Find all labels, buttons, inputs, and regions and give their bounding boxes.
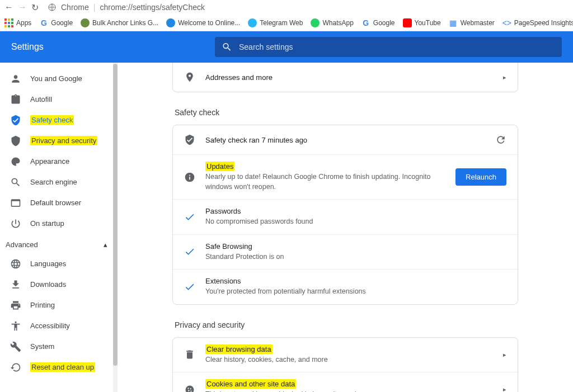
check-icon (184, 246, 195, 257)
search-input[interactable] (239, 42, 555, 51)
settings-header: Settings (0, 31, 573, 63)
restore-icon (10, 362, 21, 373)
chevron-right-icon: ▸ (503, 74, 506, 81)
content-area: Addresses and more ▸ Safety check Safety… (118, 63, 573, 392)
sidebar-item-safety[interactable]: Safety check (0, 110, 118, 130)
relaunch-button[interactable]: Relaunch (455, 168, 506, 186)
pin-icon (184, 72, 195, 83)
bookmark-webmaster[interactable]: ▦Webmaster (449, 18, 495, 27)
bookmark-youtube[interactable]: YouTube (403, 18, 441, 27)
section-privacy: Privacy and security (175, 320, 518, 329)
sidebar-item-languages[interactable]: Languages (0, 253, 118, 274)
safety-check-card: Safety check ran 7 minutes ago UpdatesNe… (172, 125, 518, 305)
person-icon (10, 73, 21, 84)
google-icon: G (39, 18, 48, 27)
omnibox[interactable]: Chrome | chrome://settings/safetyCheck (48, 3, 205, 12)
bookmark-google[interactable]: GGoogle (39, 18, 73, 27)
chevron-right-icon: ▸ (503, 386, 506, 392)
shield-check-icon (184, 134, 195, 145)
back-icon[interactable]: ← (4, 2, 13, 12)
forward-icon[interactable]: → (18, 2, 27, 12)
url-prefix: Chrome (61, 3, 89, 12)
svg-point-4 (188, 390, 189, 391)
row-passwords: PasswordsNo compromised passwords found (173, 199, 518, 234)
globe-icon (48, 3, 57, 12)
shield-icon (10, 135, 21, 147)
sidebar-item-default[interactable]: Default browser (0, 192, 118, 213)
svg-point-1 (186, 385, 194, 392)
check-icon (184, 211, 195, 223)
sidebar-item-accessibility[interactable]: Accessibility (0, 315, 118, 336)
privacy-card: Clear browsing dataClear history, cookie… (172, 337, 518, 393)
bookmark-welcome[interactable]: Welcome to Online... (166, 18, 240, 27)
sidebar-item-search[interactable]: Search engine (0, 172, 118, 192)
cookie-icon (184, 384, 195, 392)
sidebar-item-printing[interactable]: Printing (0, 295, 118, 315)
sidebar-item-downloads[interactable]: Downloads (0, 274, 118, 295)
check-icon (184, 281, 195, 292)
apps-icon (4, 18, 13, 27)
row-updates: UpdatesNearly up to date! Relaunch Googl… (173, 154, 518, 199)
search-icon (222, 41, 232, 53)
bookmark-apps[interactable]: Apps (4, 18, 31, 27)
svg-point-3 (190, 388, 191, 389)
shield-check-icon (10, 115, 21, 126)
row-cookies[interactable]: Cookies and other site dataThird-party c… (173, 372, 518, 392)
favicon-icon: ▦ (449, 18, 458, 27)
chevron-up-icon: ▴ (104, 240, 107, 249)
svg-point-5 (190, 390, 191, 391)
url-path: chrome://settings/safetyCheck (100, 3, 205, 12)
chevron-right-icon: ▸ (503, 351, 506, 358)
row-safe-browsing: Safe BrowsingStandard Protection is on (173, 234, 518, 270)
browser-toolbar: ← → ↻ Chrome | chrome://settings/safetyC… (0, 0, 573, 15)
whatsapp-icon (311, 18, 320, 27)
sidebar-item-reset[interactable]: Reset and clean up (0, 357, 118, 377)
favicon-icon (81, 18, 90, 27)
youtube-icon (403, 18, 412, 27)
info-icon (184, 172, 195, 183)
sidebar: You and Google Autofill Safety check Pri… (0, 63, 118, 392)
bookmark-bulk[interactable]: Bulk Anchor Links G... (81, 18, 158, 27)
sidebar-advanced-toggle[interactable]: Advanced▴ (0, 234, 118, 253)
download-icon (10, 279, 21, 290)
clipboard-icon (10, 94, 21, 105)
browser-icon (10, 197, 21, 209)
power-icon (10, 218, 21, 229)
palette-icon (10, 156, 21, 167)
sidebar-item-system[interactable]: System (0, 336, 118, 357)
sidebar-item-autofill[interactable]: Autofill (0, 89, 118, 110)
row-addresses[interactable]: Addresses and more ▸ (173, 63, 518, 92)
scrollbar-thumb[interactable] (113, 64, 118, 366)
search-box[interactable] (215, 37, 562, 57)
accessibility-icon (10, 320, 21, 332)
bookmark-google2[interactable]: GGoogle (361, 18, 395, 27)
print-icon (10, 300, 21, 311)
wrench-icon (10, 341, 21, 352)
bookmark-telegram[interactable]: Telegram Web (248, 18, 303, 27)
search-icon (10, 177, 21, 188)
globe-icon (10, 258, 21, 270)
telegram-icon (248, 18, 257, 27)
page-title: Settings (0, 42, 215, 52)
reload-icon[interactable]: ↻ (31, 2, 39, 13)
sidebar-item-you[interactable]: You and Google (0, 68, 118, 89)
favicon-icon (166, 18, 175, 27)
favicon-icon: <> (502, 18, 511, 27)
section-safety-check: Safety check (175, 108, 518, 117)
sidebar-item-privacy[interactable]: Privacy and security (0, 130, 118, 151)
bookmark-pagespeed[interactable]: <>PageSpeed Insights (502, 18, 573, 27)
google-icon: G (361, 18, 370, 27)
trash-icon (184, 349, 195, 360)
bookmark-whatsapp[interactable]: WhatsApp (311, 18, 353, 27)
row-safety-status: Safety check ran 7 minutes ago (173, 125, 518, 154)
sidebar-item-appearance[interactable]: Appearance (0, 151, 118, 172)
refresh-icon[interactable] (495, 134, 506, 145)
row-clear-data[interactable]: Clear browsing dataClear history, cookie… (173, 338, 518, 372)
sidebar-item-startup[interactable]: On startup (0, 213, 118, 234)
bookmarks-bar: Apps GGoogle Bulk Anchor Links G... Welc… (0, 15, 573, 31)
row-extensions: ExtensionsYou're protected from potentia… (173, 269, 518, 304)
svg-point-2 (187, 388, 189, 389)
